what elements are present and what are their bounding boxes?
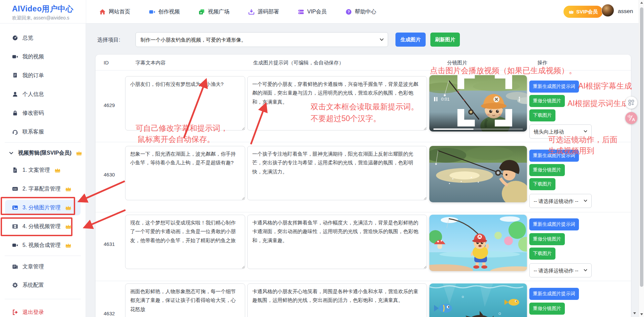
nav-item-video-plaza[interactable]: 视频广场: [199, 8, 229, 15]
nav-item-help[interactable]: ? 帮助中心: [345, 8, 376, 15]
subtitle-textarea[interactable]: 想象一下，阳光洒在湖面上，波光粼粼，你手持小鱼竿，等待着小鱼儿上钩，是不是超级有…: [125, 146, 245, 200]
sidebar-item-overview[interactable]: 总览: [0, 31, 86, 45]
nav-item-create-video[interactable]: 创作视频: [149, 8, 180, 15]
header: AIVideo用户中心 欢迎回来, assen@aivideo.s 网站首页 创…: [0, 0, 644, 23]
sidebar-item-system-config[interactable]: 系统配置: [0, 278, 86, 292]
fullscreen-icon[interactable]: [457, 75, 513, 127]
storyboard-art: [429, 146, 527, 202]
download-image-button[interactable]: 下载图片: [529, 248, 555, 260]
regenerate-prompt-button[interactable]: 重新生成图片提示词: [529, 288, 579, 300]
svg-text:CC: CC: [13, 188, 17, 191]
video-icon: [12, 54, 18, 60]
image-icon: [12, 205, 18, 211]
camera-action-select[interactable]: -- 请选择运镜动作 --: [529, 263, 592, 277]
crown-icon: [65, 243, 71, 248]
video-player[interactable]: 0:01 ⋮: [429, 75, 527, 131]
project-select[interactable]: 制作一个小朋友钓鱼的视频，可爱的卡通形像。: [136, 32, 388, 47]
nav-item-home[interactable]: 网站首页: [99, 8, 130, 15]
camera-action-select[interactable]: 镜头向上移动: [529, 124, 592, 139]
redo-image-button[interactable]: 重做分镜图片: [529, 95, 565, 107]
sidebar-item-video-composite[interactable]: 5. 视频合成管理: [0, 239, 86, 252]
sidebar-item-change-password[interactable]: 修改密码: [0, 106, 86, 120]
storyboard-image[interactable]: [429, 283, 527, 317]
person-icon: [12, 91, 18, 97]
divider: [5, 299, 81, 299]
regenerate-prompt-button[interactable]: 重新生成图片提示词: [529, 218, 579, 230]
nav-item-deploy[interactable]: 源码部署: [248, 8, 279, 15]
storyboard-image[interactable]: [429, 215, 527, 271]
sidebar-label: 联系客服: [22, 128, 44, 136]
camera-action-select[interactable]: -- 请选择运镜动作 --: [529, 194, 592, 208]
nav-label: VIP会员: [307, 8, 327, 15]
sidebar-item-my-videos[interactable]: 我的视频: [0, 50, 86, 63]
nav-item-vip[interactable]: VIP会员: [298, 8, 327, 15]
sidebar-label: 3. 分镜图片管理: [22, 204, 61, 211]
refresh-images-button[interactable]: 刷新图片: [430, 33, 460, 47]
logout-icon: [12, 309, 18, 315]
regenerate-prompt-button[interactable]: 重新生成图片提示词: [529, 150, 579, 162]
sidebar-label: 2. 字幕配音管理: [22, 186, 61, 193]
nav-label: 视频广场: [208, 8, 229, 15]
brand: AIVideo用户中心 欢迎回来, assen@aivideo.s: [12, 4, 73, 21]
storyboard-art: [429, 283, 527, 317]
video-progress-bar[interactable]: [433, 128, 523, 130]
top-nav: 网站首页 创作视频 视频广场 源码部署 VIP会员 ? 帮助中心: [99, 0, 376, 23]
avatar[interactable]: [602, 4, 614, 16]
column-header-image: 分镜图片: [447, 60, 467, 66]
sidebar-item-subtitle-dubbing[interactable]: CC 2. 字幕配音管理: [0, 182, 86, 196]
subtitle-textarea[interactable]: 小朋友们，你们有没有梦想成为小小渔夫?: [125, 76, 245, 130]
username: assen: [618, 8, 633, 15]
sidebar-item-storyboard-videos[interactable]: 4. 分镜视频管理: [0, 220, 86, 233]
camera-action-wrap: -- 请选择运镜动作 --: [529, 194, 592, 208]
vertical-scrollbar[interactable]: [639, 0, 644, 317]
redo-image-button[interactable]: 重做分镜图片: [529, 164, 565, 176]
vip-icon: [298, 9, 304, 15]
svip-member-button[interactable]: SVIP会员: [564, 6, 603, 18]
prompt-textarea[interactable]: 卡通风格的小朋友挥舞着鱼竿，动作幅度大，充满活力，背景是色彩鲜艳的卡通湖面，突出…: [247, 215, 427, 269]
download-image-button[interactable]: 下载图片: [529, 178, 555, 190]
sidebar-item-storyboard-images[interactable]: 3. 分镜图片管理: [0, 201, 86, 214]
sidebar-item-articles[interactable]: 文章管理: [0, 260, 86, 273]
video-plaza-icon: [199, 9, 205, 15]
prompt-textarea[interactable]: 一个可爱的小朋友，穿着鲜艳的卡通服饰，兴奋地手握鱼竿，背景是波光粼粼的湖面，突出…: [247, 76, 427, 130]
sidebar-item-my-orders[interactable]: 我的订单: [0, 69, 86, 82]
crown-icon: [65, 186, 71, 192]
sidebar-item-profile[interactable]: 个人信息: [0, 88, 86, 101]
storyboard-table: ID 字幕文本内容 生成图片提示词（可编辑，会自动保存） 分镜图片 操作 462…: [96, 55, 631, 317]
translate-widget-button[interactable]: 中 A: [625, 112, 637, 124]
scrollbar-thumb[interactable]: [640, 7, 643, 287]
table-row: 4629 小朋友们，你们有没有梦想成为小小渔夫? 一个可爱的小朋友，穿着鲜艳的卡…: [96, 70, 631, 142]
prompt-textarea[interactable]: 卡通风格的小朋友开心地笑着，周围是各种卡通小鱼和水草，营造欢乐的童趣氛围，运用鲜…: [247, 283, 427, 317]
scroll-down-arrow[interactable]: [640, 313, 643, 315]
sidebar-item-support[interactable]: 联系客服: [0, 125, 86, 139]
svg-text:?: ?: [347, 10, 350, 14]
row-id: 4629: [104, 102, 115, 108]
scroll-up-arrow[interactable]: [640, 2, 643, 4]
sidebar-item-logout[interactable]: 退出登录: [0, 306, 86, 317]
sidebar-label: 系统配置: [22, 282, 44, 289]
row-id: 4631: [104, 241, 115, 247]
more-options-icon[interactable]: ⋮: [517, 97, 522, 101]
redo-image-button[interactable]: 重做分镜图片: [529, 303, 565, 315]
download-image-button[interactable]: 下载图片: [529, 109, 555, 121]
regenerate-prompt-button[interactable]: 重新生成图片提示词: [529, 81, 579, 93]
subtitle-textarea[interactable]: 现在，这个梦想可以变成现实啦！我们精心制作了一个可爱的卡通动画，主角是一位勇敢的…: [125, 215, 245, 269]
prompt-textarea[interactable]: 一个孩子专注地盯着鱼竿，眼神充满期待，阳光在湖面上反射出耀眼的光芒，突出孩子的专…: [247, 146, 427, 200]
redo-image-button[interactable]: 重做分镜图片: [529, 233, 565, 245]
create-video-icon: [149, 9, 155, 15]
divider: [5, 142, 81, 143]
camera-action-wrap: -- 请选择运镜动作 --: [529, 263, 592, 277]
scroll-corner-arrow[interactable]: [633, 312, 636, 314]
sidebar-label: 我的视频: [22, 53, 44, 60]
sidebar-section-video-editing[interactable]: 视频剪辑(限SVIP会员): [0, 146, 86, 160]
help-icon: ?: [345, 9, 352, 15]
sidebar-item-copywriting[interactable]: 1. 文案管理: [0, 163, 86, 177]
subtitle-textarea[interactable]: 画面色彩鲜艳，人物形象憨态可掬，每一个细节都充满了童趣，保证让孩子们看得哈哈大笑…: [125, 283, 245, 317]
widget-button[interactable]: [625, 97, 637, 109]
storyboard-image[interactable]: [429, 146, 527, 202]
pause-icon[interactable]: [434, 97, 437, 101]
sidebar-section-label: 视频剪辑(限SVIP会员): [18, 150, 71, 157]
header-divider: [86, 0, 86, 23]
generate-images-button[interactable]: 生成图片: [395, 33, 426, 47]
video-time: 0:01: [441, 97, 449, 102]
